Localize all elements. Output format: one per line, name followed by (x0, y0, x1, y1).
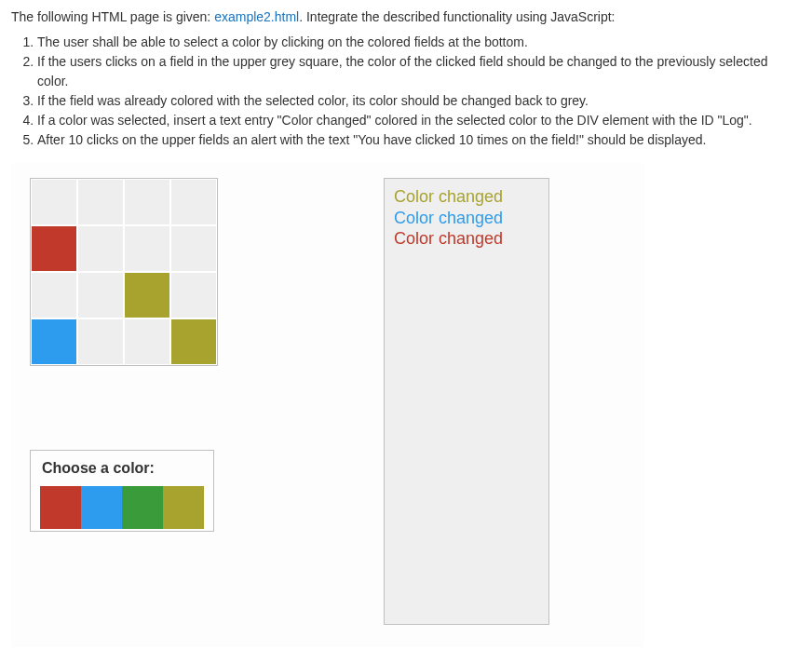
grid-cell[interactable] (32, 319, 76, 364)
grid-cell[interactable] (32, 180, 76, 224)
color-swatch-green[interactable] (122, 486, 163, 529)
grid-cell[interactable] (32, 273, 76, 318)
work-area: Choose a color: Color changedColor chang… (11, 163, 644, 647)
requirement-item: If the users clicks on a field in the up… (37, 52, 801, 91)
example-link[interactable]: example2.html (214, 9, 299, 24)
color-chooser: Choose a color: (30, 450, 214, 532)
requirements-list: The user shall be able to select a color… (11, 33, 801, 150)
grid-cell[interactable] (125, 319, 169, 364)
grid-cell[interactable] (171, 226, 216, 271)
requirement-item: If a color was selected, insert a text e… (37, 111, 801, 130)
intro-text: The following HTML page is given: exampl… (11, 7, 801, 27)
grid-cell[interactable] (78, 273, 123, 318)
grid-cell[interactable] (32, 226, 76, 271)
log-entry: Color changed (394, 228, 539, 250)
requirement-item: The user shall be able to select a color… (37, 33, 801, 52)
log-entry: Color changed (394, 208, 539, 229)
grid-cell[interactable] (125, 226, 169, 271)
grid-cell[interactable] (171, 319, 216, 364)
grid-cell[interactable] (171, 180, 216, 224)
log-panel: Color changedColor changedColor changed (384, 178, 549, 625)
requirement-item: If the field was already colored with th… (37, 91, 801, 111)
color-swatch-blue[interactable] (81, 486, 122, 529)
requirement-item: After 10 clicks on the upper fields an a… (37, 130, 801, 150)
color-swatch-olive[interactable] (163, 486, 204, 529)
grid-cell[interactable] (78, 319, 123, 364)
chooser-title: Choose a color: (42, 460, 204, 477)
grid-cell[interactable] (78, 226, 123, 271)
intro-suffix: . Integrate the described functionality … (299, 9, 615, 24)
grid-cell[interactable] (125, 180, 169, 224)
grid-cell[interactable] (78, 180, 123, 224)
color-swatch-red[interactable] (40, 486, 81, 529)
intro-prefix: The following HTML page is given: (11, 9, 214, 24)
color-grid (30, 178, 218, 366)
grid-cell[interactable] (171, 273, 216, 318)
swatch-row (40, 486, 204, 529)
log-entry: Color changed (394, 186, 539, 208)
grid-cell[interactable] (125, 273, 169, 318)
left-column: Choose a color: (30, 178, 216, 532)
